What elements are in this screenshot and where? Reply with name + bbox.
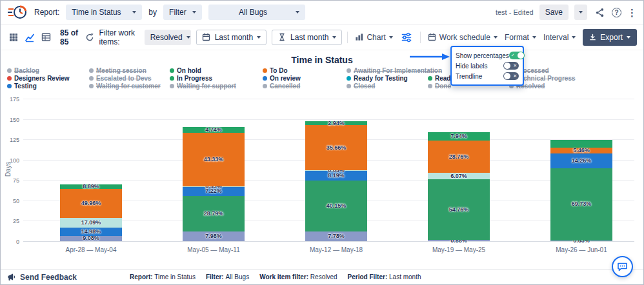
- bar-segment-on_review[interactable]: 14.98%: [60, 228, 122, 236]
- segment-percent-label: 14.26%: [572, 158, 592, 164]
- segment-percent-label: 7.78%: [328, 233, 345, 239]
- table-view-icon[interactable]: [39, 31, 52, 44]
- megaphone-icon: [7, 273, 16, 281]
- report-type-select[interactable]: Time in Status: [66, 5, 142, 20]
- legend-item[interactable]: Ready for Testing: [347, 75, 408, 82]
- legend-item[interactable]: Backlog: [7, 67, 39, 74]
- bar-segment-in_progress[interactable]: 28.79%: [183, 196, 245, 231]
- legend-item[interactable]: In Progress: [170, 75, 212, 82]
- bar-segment-on_hold[interactable]: 2.94%: [305, 121, 367, 125]
- legend-item[interactable]: Testing: [7, 83, 37, 90]
- period-select-timer[interactable]: Last month: [272, 30, 342, 45]
- period-select-calendar[interactable]: Last month: [196, 30, 267, 45]
- legend-item[interactable]: Done: [428, 83, 451, 90]
- bar-segment-on_hold[interactable]: 7.94%: [428, 132, 490, 141]
- report-toolbar: 85 of 85 Filter work items: Resolved Las…: [1, 25, 643, 50]
- format-dropdown[interactable]: Format: [505, 33, 536, 42]
- summary-item-value: Resolved: [310, 273, 337, 280]
- x-axis-label: May-12 — May-18: [291, 246, 381, 253]
- bar-segment-to_do[interactable]: 28.76%: [428, 141, 490, 172]
- gridline: [23, 99, 634, 99]
- gridline: [23, 241, 634, 242]
- footer: Send Feedback Report: Time in StatusFilt…: [1, 269, 643, 284]
- more-menu-icon[interactable]: ⋮: [627, 8, 637, 17]
- refresh-icon[interactable]: [85, 31, 94, 44]
- bar-segment-in_progress[interactable]: 69.73%: [550, 168, 612, 241]
- work-schedule-dropdown[interactable]: Work schedule: [428, 33, 498, 42]
- chevron-down-icon: [257, 36, 261, 39]
- legend-item[interactable]: On hold: [170, 67, 201, 74]
- legend-dot: [428, 84, 432, 88]
- chart-type-dropdown[interactable]: Chart: [355, 33, 392, 42]
- help-icon[interactable]: ?: [612, 8, 621, 17]
- bar-segment-on_review[interactable]: 14.26%: [550, 153, 612, 168]
- stacked-bar[interactable]: 7.78%40.15%8.19%0.05%35.66%2.94%: [305, 121, 367, 241]
- toggle-off[interactable]: [503, 62, 519, 70]
- bar-segment-on_hold[interactable]: [550, 140, 612, 147]
- save-options-button[interactable]: [574, 5, 587, 20]
- y-axis-tick: 50: [2, 198, 19, 204]
- legend-item[interactable]: Designers Review: [7, 75, 70, 82]
- bar-segment-on_hold[interactable]: 4.74%: [183, 127, 245, 133]
- bar-segment-ready_for_testing[interactable]: 0.53%: [183, 186, 245, 187]
- legend-label: On hold: [177, 67, 201, 74]
- segment-percent-label: 28.79%: [204, 211, 224, 217]
- legend-item[interactable]: Awaiting For Implementation: [347, 67, 442, 74]
- bar-segment-testing[interactable]: 0.63%: [550, 241, 612, 241]
- chart-view-icon[interactable]: [23, 31, 36, 44]
- stacked-bar[interactable]: 0.88%54.76%6.07%28.76%7.94%: [428, 132, 490, 241]
- chat-widget-button[interactable]: [612, 256, 633, 277]
- settings-menu-items: Show percentagesHide labelsTrendline: [456, 50, 519, 81]
- legend-item[interactable]: Meeting session: [89, 67, 146, 74]
- document-state: test - Edited: [496, 8, 534, 16]
- saved-filter-select[interactable]: All Bugs: [208, 5, 305, 20]
- y-axis-tick: 175: [2, 96, 19, 103]
- bar-segment-on_hold[interactable]: 8.89%: [60, 184, 122, 190]
- stacked-bar[interactable]: 9.08%14.98%17.09%49.96%8.89%: [60, 184, 122, 241]
- bar-segment-ready_for_testing[interactable]: 6.07%: [428, 173, 490, 179]
- y-axis-tick: 25: [2, 218, 19, 224]
- legend-label: Done: [435, 83, 451, 90]
- legend-item[interactable]: On review: [263, 75, 301, 82]
- settings-menu-item[interactable]: Hide labels: [456, 61, 519, 71]
- bar-segment-in_progress[interactable]: 40.15%: [305, 181, 367, 231]
- bar-segment-ready_for_testing[interactable]: 17.09%: [60, 218, 122, 228]
- interval-label: Interval: [543, 33, 569, 42]
- bar-segment-to_do[interactable]: 49.96%: [60, 189, 122, 217]
- work-item-filter-select[interactable]: Resolved: [145, 30, 191, 45]
- bar-segment-to_do[interactable]: 35.66%: [305, 125, 367, 170]
- legend-item[interactable]: Cancelled: [263, 83, 300, 90]
- settings-menu-item[interactable]: Show percentages: [456, 50, 519, 61]
- settings-menu-item[interactable]: Trendline: [456, 71, 519, 81]
- filter-mode-select[interactable]: Filter: [163, 5, 202, 20]
- chevron-down-icon: [192, 11, 196, 14]
- stacked-bar[interactable]: 0.63%69.73%14.26%5.46%: [550, 140, 612, 241]
- bar-segment-testing[interactable]: 7.78%: [305, 231, 367, 241]
- report-summary: Report: Time in StatusFilter: All BugsWo…: [130, 273, 421, 280]
- send-feedback-button[interactable]: Send Feedback: [7, 273, 77, 282]
- legend-item[interactable]: Waiting for customer: [89, 83, 161, 90]
- chart-settings-sliders-icon[interactable]: [400, 31, 413, 44]
- interval-dropdown[interactable]: Interval: [543, 33, 576, 42]
- bar-segment-testing[interactable]: 0.88%: [428, 240, 490, 241]
- export-button[interactable]: Export: [583, 29, 637, 46]
- legend-item[interactable]: To Do: [263, 67, 288, 74]
- toggle-on[interactable]: [509, 52, 525, 59]
- legend-item[interactable]: Waiting for support: [170, 83, 236, 90]
- toggle-off[interactable]: [503, 72, 519, 80]
- stacked-bar[interactable]: 7.98%28.79%7.22%0.53%43.33%4.74%: [183, 127, 245, 241]
- bar-segment-testing[interactable]: 9.08%: [60, 236, 122, 241]
- summary-item-label: Report:: [130, 273, 154, 280]
- bar-segment-in_progress[interactable]: 54.76%: [428, 179, 490, 240]
- bar-segment-to_do[interactable]: 43.33%: [183, 133, 245, 186]
- share-icon[interactable]: [593, 6, 606, 19]
- grid-view-icon[interactable]: [7, 31, 20, 44]
- save-button[interactable]: Save: [539, 5, 569, 20]
- bar-segment-to_do[interactable]: 5.46%: [550, 148, 612, 153]
- legend-item[interactable]: Escalated to Devs: [89, 75, 152, 82]
- legend-item[interactable]: Closed: [347, 83, 375, 90]
- bar-segment-testing[interactable]: 7.98%: [183, 231, 245, 241]
- y-axis-tick: 100: [2, 157, 19, 164]
- x-axis-label: May-26 — Jun-01: [536, 246, 627, 253]
- format-label: Format: [505, 33, 529, 42]
